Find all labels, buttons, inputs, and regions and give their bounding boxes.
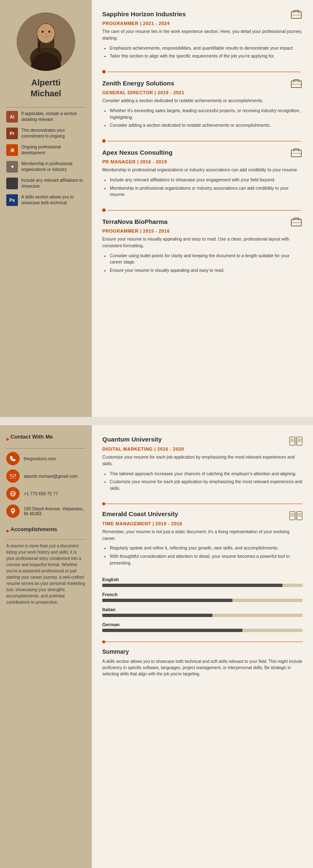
summary-divider xyxy=(102,640,303,643)
edu-bullet: This tailored approach increases your ch… xyxy=(110,471,303,477)
skill-icon-2: ⊞ xyxy=(6,144,18,156)
edu-university-1: Emerald Coast University xyxy=(102,510,178,517)
skill-item-3: ✦ Membership in professional organizatio… xyxy=(6,161,86,173)
job-header-0: Sapphire Horizon Industries xyxy=(102,10,303,20)
edu-desc-1: Remember, your resume is not just a stat… xyxy=(102,529,303,542)
edu-bullet: Regularly update and refine it, reflecti… xyxy=(110,545,303,552)
edu-degree-0: DIGITAL MARKETING | 2016 - 2020 xyxy=(102,447,303,452)
lang-bar-fill-1 xyxy=(102,599,232,602)
svg-rect-21 xyxy=(290,512,295,520)
lang-item-0: English xyxy=(102,577,303,587)
lang-bar-bg-3 xyxy=(102,629,303,632)
lang-item-3: German xyxy=(102,622,303,632)
edu-entry-1: Emerald Coast University TIME MANAGEMENT… xyxy=(102,510,303,567)
job-period-3: PROGRAMMER | 2015 - 2016 xyxy=(102,228,303,233)
contact-icon-2 xyxy=(6,487,20,500)
contact-text-2: +1 773 658 75 77 xyxy=(24,491,58,496)
bullet-item: Ensure your resume is visually appealing… xyxy=(110,267,303,274)
bullet-item: Include any relevant affiliations to sho… xyxy=(110,177,303,183)
job-entry-0: Sapphire Horizon Industries PROGRAMMER |… xyxy=(102,10,303,60)
contact-text-3: 190 Depot Avenue, Valparaiso, IN 46383 xyxy=(24,506,86,516)
edu-line-0 xyxy=(105,504,303,504)
profile-photo xyxy=(17,13,75,71)
skills-list: Ai If applicable, include a section deta… xyxy=(6,111,86,206)
line-0 xyxy=(108,72,300,72)
accomplishments-title: Accomplishments xyxy=(10,526,57,532)
section-divider-1 xyxy=(102,139,303,143)
bullet-item: Consider using bullet points for clarity… xyxy=(110,253,303,266)
dot-accent-2 xyxy=(6,530,9,532)
svg-rect-7 xyxy=(10,474,16,479)
edu-bullets-1: Regularly update and refine it, reflecti… xyxy=(102,545,303,566)
contact-text-0: thegoodocs.com xyxy=(24,456,56,461)
education-entries: Quantum University DIGITAL MARKETING | 2… xyxy=(102,436,303,567)
job-company-2: Apex Nexus Consulting xyxy=(102,149,172,156)
avatar-svg xyxy=(17,13,75,71)
language-section: English French Italian German xyxy=(102,577,303,632)
svg-point-5 xyxy=(42,31,44,33)
book-icon-0 xyxy=(289,436,303,447)
job-period-1: GENERAL DIRECTOR | 2019 - 2021 xyxy=(102,90,303,95)
job-company-3: TerraNova BioPharma xyxy=(102,218,167,225)
lang-name-0: English xyxy=(102,577,303,582)
contact-item-1: alpertti.michael@gmail.com xyxy=(6,469,86,483)
summary-line xyxy=(105,642,303,642)
language-bars: English French Italian German xyxy=(102,577,303,632)
job-bullets-1: Whether it's exceeding sales targets, le… xyxy=(102,108,303,129)
contact-item-0: thegoodocs.com xyxy=(6,452,86,465)
section-divider-0 xyxy=(102,70,303,73)
lang-bar-fill-3 xyxy=(102,629,242,632)
name-section: Alpertti Michael xyxy=(6,77,86,99)
skill-icon-1: Pr xyxy=(6,128,18,139)
edu-bullets-0: This tailored approach increases your ch… xyxy=(102,471,303,492)
edu-dot-0 xyxy=(102,502,105,505)
section-divider-2 xyxy=(102,208,303,212)
job-bullets-0: Emphasize achievements, responsibilities… xyxy=(102,45,303,60)
dot-accent xyxy=(6,438,9,441)
lang-name-3: German xyxy=(102,622,303,627)
skill-item-2: ⊞ Ongoing professional development xyxy=(6,144,86,156)
contact-item-2: +1 773 658 75 77 xyxy=(6,487,86,500)
job-header-3: TerraNova BioPharma xyxy=(102,218,303,227)
summary-title: Summary xyxy=(102,648,303,655)
skill-item-4: Include any relevant affiliations to sho… xyxy=(6,178,86,189)
job-desc-1: Consider adding a section dedicated to n… xyxy=(102,98,303,104)
accomplishments-section: Accomplishments A resume is more than ju… xyxy=(6,526,86,605)
dot-0 xyxy=(102,70,106,73)
contact-divider xyxy=(6,448,86,449)
skill-text-1: This demonstrates your commitment to ong… xyxy=(21,128,86,139)
line-2 xyxy=(108,210,300,211)
briefcase-icon-0 xyxy=(290,10,303,20)
edu-divider-0 xyxy=(102,502,303,505)
edu-bullet: Customize your resume for each job appli… xyxy=(110,479,303,492)
bullet-item: Tailor this section to align with the sp… xyxy=(110,53,303,60)
edu-desc-0: Customize your resume for each job appli… xyxy=(102,454,303,467)
edu-degree-1: TIME MANAGEMENT | 2010 - 2016 xyxy=(102,521,303,526)
job-desc-0: The care of your resume lies in the work… xyxy=(102,28,303,42)
skill-text-0: If applicable, include a section detaili… xyxy=(21,111,86,123)
skill-icon-4 xyxy=(6,178,18,189)
skill-text-5: A skills section allows you to showcase … xyxy=(21,194,86,206)
job-bullets-3: Consider using bullet points for clarity… xyxy=(102,253,303,274)
lang-bar-bg-0 xyxy=(102,584,303,587)
edu-university-0: Quantum University xyxy=(102,436,162,443)
lang-bar-bg-1 xyxy=(102,599,303,602)
contact-section: Contact With Me thegoodocs.com alpertti.… xyxy=(6,434,86,518)
lang-bar-fill-2 xyxy=(102,614,212,617)
briefcase-icon-2 xyxy=(290,149,303,158)
right-column-2: Quantum University DIGITAL MARKETING | 2… xyxy=(92,425,313,868)
job-bullets-2: Include any relevant affiliations to sho… xyxy=(102,177,303,198)
job-company-1: Zenith Energy Solutions xyxy=(102,80,174,87)
job-entry-1: Zenith Energy Solutions GENERAL DIRECTOR… xyxy=(102,80,303,129)
skill-icon-0: Ai xyxy=(6,111,18,123)
briefcase-shape-3 xyxy=(291,219,302,226)
skill-text-4: Include any relevant affiliations to sho… xyxy=(21,178,86,189)
edu-bullet: With thoughtful consideration and attent… xyxy=(110,553,303,567)
contact-title: Contact With Me xyxy=(10,434,53,440)
job-entry-2: Apex Nexus Consulting PR MANAGER | 2016 … xyxy=(102,149,303,198)
page-2: Contact With Me thegoodocs.com alpertti.… xyxy=(0,425,313,868)
bullet-item: Consider adding a section dedicated to n… xyxy=(110,122,303,129)
book-icon-1 xyxy=(289,510,303,521)
job-entry-3: TerraNova BioPharma PROGRAMMER | 2015 - … xyxy=(102,218,303,274)
dot-1 xyxy=(102,139,106,143)
